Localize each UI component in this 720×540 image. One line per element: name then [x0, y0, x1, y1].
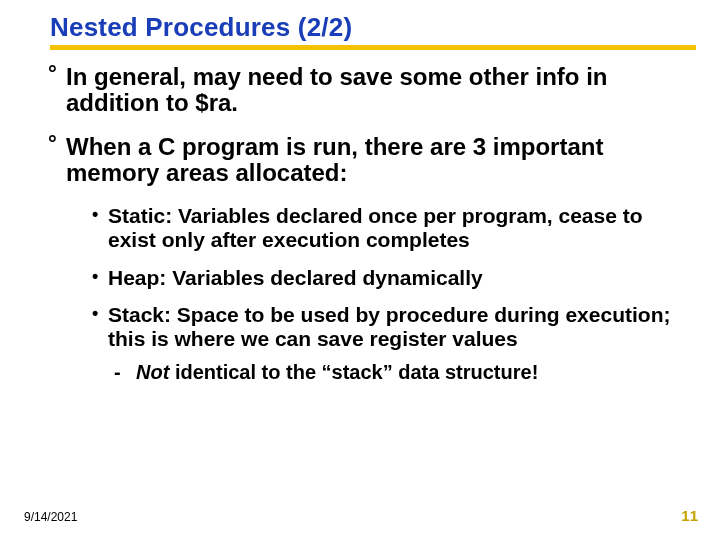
footer-page-number: 11: [681, 507, 698, 524]
sub-bullet: Stack: Space to be used by procedure dur…: [92, 303, 696, 351]
sub-bullet-list: Static: Variables declared once per prog…: [50, 204, 696, 352]
sub-bullet-text: Static: Variables declared once per prog…: [108, 204, 643, 251]
dash-bullet-text: Not identical to the “stack” data struct…: [136, 361, 538, 383]
bullet-level1: ° In general, may need to save some othe…: [50, 64, 696, 116]
bullet-text: In general, may need to save some other …: [66, 63, 607, 116]
dash-bullet: Not identical to the “stack” data struct…: [114, 361, 696, 384]
slide-title: Nested Procedures (2/2): [50, 12, 696, 50]
degree-icon: °: [48, 62, 57, 86]
sub-bullet: Static: Variables declared once per prog…: [92, 204, 696, 252]
sub-bullet-text: Heap: Variables declared dynamically: [108, 266, 483, 289]
sub-bullet-text: Stack: Space to be used by procedure dur…: [108, 303, 670, 350]
sub-bullet: Heap: Variables declared dynamically: [92, 266, 696, 290]
bullet-level1: ° When a C program is run, there are 3 i…: [50, 134, 696, 186]
dash-bullet-list: Not identical to the “stack” data struct…: [50, 361, 696, 384]
bullet-text: When a C program is run, there are 3 imp…: [66, 133, 603, 186]
footer-date: 9/14/2021: [24, 510, 77, 524]
degree-icon: °: [48, 132, 57, 156]
